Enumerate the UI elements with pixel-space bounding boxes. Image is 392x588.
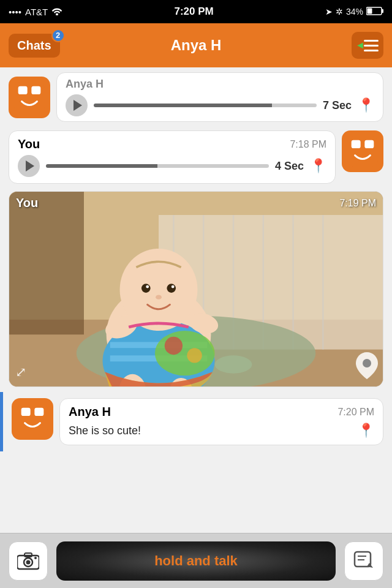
svg-point-29 [187,348,202,363]
audio-duration-you: 4 Sec [275,160,304,173]
compose-icon [353,551,374,571]
svg-rect-2 [368,8,372,13]
header-title: Anya H [171,37,222,54]
status-time: 7:20 PM [174,6,213,18]
svg-rect-4 [18,86,28,94]
svg-rect-5 [31,86,40,94]
avatar-anya-1 [9,77,50,118]
play-button-1[interactable] [66,94,88,116]
svg-rect-46 [34,408,43,416]
svg-point-22 [215,355,252,373]
bottom-bar: hold and talk [0,533,392,588]
audio-bubble-partial: Anya H 7 Sec 📍 [56,72,383,122]
messages-container: Anya H 7 Sec 📍 You 7:18 PM [0,67,392,533]
msg-you-audio-row: You 7:18 PM 4 Sec 📍 [0,127,392,187]
audio-progress-you [46,164,269,168]
hold-talk-button[interactable]: hold and talk [56,541,336,581]
expand-icon[interactable]: ⤢ [15,364,26,380]
svg-point-34 [167,284,176,293]
svg-rect-45 [21,408,31,416]
msg-anya-text-row: Anya H 7:20 PM She is so cute! 📍 [0,392,392,451]
partial-sender: Anya H [66,78,374,91]
img-sender: You [16,196,38,210]
img-location-icon[interactable] [356,352,378,382]
status-left: •••• AT&T [9,7,62,17]
signal-dots: •••• [9,7,21,17]
svg-point-49 [26,560,31,564]
chats-label: Chats [17,39,51,53]
bubble-header-you: You 7:18 PM [18,137,326,151]
location-icon-you: 📍 [310,158,326,174]
svg-point-36 [172,285,175,288]
sender-you: You [18,137,40,151]
svg-point-51 [34,557,37,559]
location-icon-1: 📍 [358,97,374,113]
svg-point-33 [141,284,151,293]
audio-progress-1 [94,104,317,107]
audio-controls-you: 4 Sec 📍 [18,155,326,177]
status-right: ➤ ✲ 34% [325,7,383,17]
svg-rect-44 [17,404,48,434]
hamburger-icon [364,40,379,51]
msg-text: She is so cute! [69,424,141,437]
battery-label: 34% [346,7,363,17]
sender-anya: Anya H [69,405,111,419]
svg-rect-1 [382,9,383,13]
wifi-icon [51,7,62,17]
time-720: 7:20 PM [337,407,374,418]
svg-rect-19 [9,192,84,334]
camera-icon [17,552,39,570]
chats-button[interactable]: Chats 2 [9,34,60,58]
svg-rect-3 [14,82,45,113]
img-time: 7:19 PM [339,198,376,209]
svg-point-40 [363,359,371,368]
location-icon-anya: 📍 [358,423,374,439]
svg-rect-8 [364,140,374,148]
svg-point-28 [165,337,183,355]
speaker-icon: ◄ [355,40,365,51]
carrier-label: AT&T [25,7,48,17]
svg-rect-6 [347,136,378,167]
compose-button[interactable] [344,541,383,581]
bluetooth-icon: ✲ [336,7,343,17]
menu-button[interactable]: ◄ [352,32,383,59]
location-arrow-icon: ➤ [325,7,333,17]
hold-talk-label: hold and talk [154,553,238,569]
chats-badge: 2 [51,29,65,42]
text-bubble-anya: Anya H 7:20 PM She is so cute! 📍 [59,398,383,445]
status-bar: •••• AT&T 7:20 PM ➤ ✲ 34% [0,0,392,23]
svg-point-37 [156,295,162,300]
svg-point-35 [146,285,149,288]
img-msg-header: You 7:19 PM [16,196,376,210]
audio-duration-1: 7 Sec [323,99,352,112]
audio-bubble-you: You 7:18 PM 4 Sec 📍 [9,130,336,184]
svg-point-27 [155,331,215,375]
image-content: ⤢ [9,191,383,387]
msg-partial-row: Anya H 7 Sec 📍 [0,67,392,127]
header: Chats 2 Anya H ◄ [0,23,392,67]
avatar-you-1 [342,130,383,172]
bubble-header-anya: Anya H 7:20 PM [69,405,374,419]
svg-rect-7 [352,140,361,148]
img-msg-container: You 7:19 PM [9,191,383,387]
camera-button[interactable] [9,541,48,581]
play-button-you[interactable] [18,155,40,177]
text-row: She is so cute! 📍 [69,423,374,439]
audio-controls-1: 7 Sec 📍 [66,94,374,116]
avatar-anya-2 [12,398,53,440]
battery-icon [366,7,383,17]
time-718: 7:18 PM [290,139,326,150]
